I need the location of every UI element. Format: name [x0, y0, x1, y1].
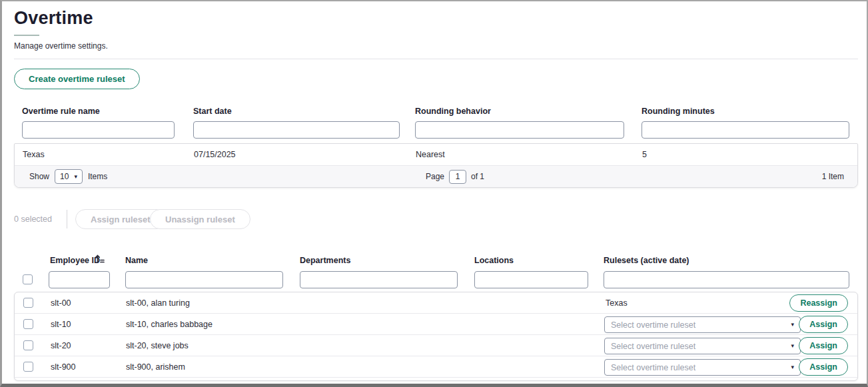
filter-rounding-behavior-input[interactable]	[415, 121, 624, 139]
employee-row: slt-900 slt-900, arishem Select overtime…	[15, 356, 857, 378]
employee-id-cell: slt-900	[51, 362, 76, 372]
employee-row: slt-00 slt-00, alan turing Texas Reassig…	[15, 292, 857, 314]
filter-name-input[interactable]	[125, 271, 283, 288]
chevron-down-icon: ▾	[791, 364, 794, 370]
employee-name-cell: slt-20, steve jobs	[126, 341, 189, 350]
show-label: Show	[29, 172, 49, 181]
selected-count-label: 0 selected	[14, 214, 52, 224]
chevron-down-icon: ▾	[791, 322, 794, 328]
column-header-rounding-behavior: Rounding behavior	[415, 107, 491, 116]
ruleset-select-placeholder: Select overtime ruleset	[611, 342, 695, 351]
row-checkbox[interactable]	[23, 340, 33, 350]
ruleset-select[interactable]: Select overtime ruleset ▾	[604, 316, 801, 333]
employee-name-cell: slt-00, alan turing	[126, 298, 190, 308]
column-header-overtime-rule-name: Overtime rule name	[22, 107, 100, 116]
employee-ruleset-cell: Texas	[606, 298, 628, 308]
page-title: Overtime	[14, 8, 93, 29]
total-items-label: 1 Item	[822, 172, 844, 181]
page-number-input[interactable]	[449, 170, 466, 184]
row-checkbox[interactable]	[23, 319, 33, 329]
employee-row: slt-20 slt-20, steve jobs Select overtim…	[15, 335, 857, 356]
filter-overtime-rule-name-input[interactable]	[22, 121, 175, 139]
rulesets-table: Texas 07/15/2025 Nearest 5 Show 10 ▾ Ite…	[14, 143, 858, 188]
filter-departments-input[interactable]	[300, 271, 458, 288]
row-checkbox[interactable]	[23, 362, 33, 372]
chevron-down-icon: ▾	[74, 174, 77, 180]
ruleset-rounding-behavior-cell: Nearest	[416, 150, 445, 159]
ruleset-start-date-cell: 07/15/2025	[194, 150, 236, 159]
page-label: Page	[426, 172, 444, 181]
app-window: Overtime Manage overtime settings. Creat…	[0, 0, 868, 387]
assign-button[interactable]: Assign	[799, 316, 848, 333]
bulk-actions-divider	[67, 210, 67, 228]
column-header-rounding-minutes: Rounding minutes	[642, 107, 715, 116]
employee-id-cell: slt-20	[51, 341, 71, 350]
filter-rulesets-input[interactable]	[604, 271, 849, 288]
unassign-ruleset-button[interactable]: Unassign ruleset	[150, 209, 250, 229]
column-header-rulesets: Rulesets (active date)	[604, 256, 689, 265]
header-divider	[14, 59, 858, 59]
employee-name-cell: slt-10, charles babbage	[126, 320, 213, 329]
page-subtitle: Manage overtime settings.	[14, 41, 108, 51]
filter-employee-id-input[interactable]	[49, 271, 110, 288]
ruleset-select[interactable]: Select overtime ruleset ▾	[604, 359, 801, 376]
column-header-departments: Departments	[300, 256, 350, 265]
title-underline	[14, 35, 39, 36]
employee-name-cell: slt-900, arishem	[126, 362, 185, 372]
assign-button[interactable]: Assign	[799, 358, 848, 376]
items-label: Items	[88, 172, 107, 181]
ruleset-select-placeholder: Select overtime ruleset	[611, 320, 695, 330]
employee-row: slt-10 slt-10, charles babbage Select ov…	[15, 314, 857, 335]
filter-start-date-input[interactable]	[193, 121, 400, 139]
page-of-label: of 1	[471, 172, 484, 181]
employees-table: slt-00 slt-00, alan turing Texas Reassig…	[14, 292, 858, 381]
ruleset-select-placeholder: Select overtime ruleset	[611, 363, 695, 372]
chevron-down-icon: ▾	[791, 343, 794, 349]
filter-rounding-minutes-input[interactable]	[642, 121, 849, 139]
create-overtime-ruleset-button[interactable]: Create overtime ruleset	[14, 69, 140, 89]
ruleset-row: Texas 07/15/2025 Nearest 5	[15, 144, 857, 166]
column-header-start-date: Start date	[193, 107, 232, 116]
ruleset-select[interactable]: Select overtime ruleset ▾	[604, 338, 801, 354]
assign-button[interactable]: Assign	[799, 337, 848, 354]
reassign-button[interactable]: Reassign	[789, 294, 848, 312]
employee-id-cell: slt-00	[51, 298, 71, 308]
row-checkbox[interactable]	[23, 298, 33, 308]
page-size-value: 10	[60, 172, 69, 181]
sort-ascending-icon[interactable]	[95, 254, 105, 266]
page-size-select[interactable]: 10 ▾	[55, 169, 83, 184]
filter-locations-input[interactable]	[474, 271, 588, 288]
column-header-name: Name	[125, 256, 148, 265]
column-header-employee-id[interactable]: Employee ID	[50, 256, 100, 265]
ruleset-name-cell: Texas	[23, 150, 45, 159]
column-header-locations: Locations	[474, 256, 514, 265]
select-all-checkbox[interactable]	[23, 274, 33, 284]
ruleset-rounding-minutes-cell: 5	[642, 150, 647, 159]
pagination-bar: Show 10 ▾ Items Page of 1 1 Item	[15, 166, 857, 187]
employee-id-cell: slt-10	[51, 320, 71, 329]
